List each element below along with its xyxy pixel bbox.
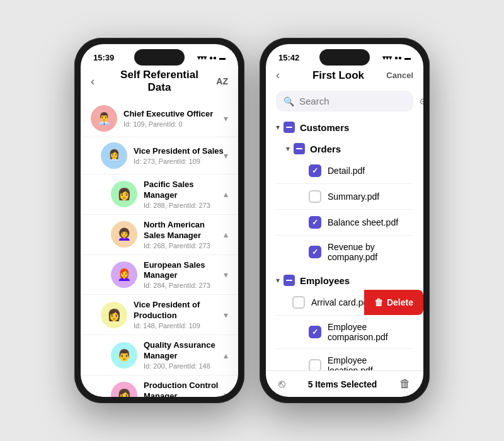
org-name: Vice President of Sales — [134, 146, 224, 157]
filter-icon[interactable]: ⚙ — [419, 96, 423, 106]
org-list-item[interactable]: 👩Vice President of ProductionId: 148, Pa… — [81, 295, 238, 335]
status-icons-left: ▾▾▾ ●● ▬ — [197, 54, 226, 61]
file-balance: Balance sheet.pdf — [266, 210, 423, 235]
org-meta: Id: 109, ParentId: 0 — [123, 120, 224, 128]
checkbox-balance[interactable] — [309, 216, 321, 229]
org-list-item[interactable]: 👨‍💼Chief Executive OfficerId: 109, Paren… — [81, 100, 238, 137]
share-icon[interactable]: ⎋ — [278, 377, 285, 391]
page-title-left: Self Referential Data — [110, 69, 209, 94]
wifi-icon-right: ▾▾▾ — [382, 54, 392, 61]
chevron-icon: ▾ — [224, 390, 228, 397]
org-list-item[interactable]: 👩‍🦰European Sales ManagerId: 284, Parent… — [81, 255, 238, 295]
org-info: Quality Assurance ManagerId: 200, Parent… — [144, 340, 224, 370]
avatar: 👩‍🦰 — [111, 261, 137, 288]
chevron-icon: ▴ — [224, 189, 228, 199]
employees-chevron: ▾ — [276, 276, 280, 285]
nav-header-right: ‹ First Look Cancel — [266, 66, 423, 88]
org-name: European Sales Manager — [144, 260, 224, 282]
time-right: 15:42 — [278, 53, 299, 62]
file-list: ▾ Customers ▾ Orders Detail.pd — [266, 117, 423, 370]
org-list-item[interactable]: 👩‍🦱North American Sales ManagerId: 268, … — [81, 215, 238, 255]
back-button-left[interactable]: ‹ — [91, 75, 110, 88]
orders-chevron: ▾ — [286, 144, 290, 153]
avatar: 👨‍💼 — [91, 105, 117, 132]
org-info: Chief Executive OfficerId: 109, ParentId… — [123, 109, 224, 128]
cancel-button[interactable]: Cancel — [382, 71, 413, 80]
right-phone: 15:42 ▾▾▾ ●● ▬ ‹ First Look Cancel 🔍 ⚙ — [260, 38, 430, 403]
orders-label: Orders — [310, 144, 341, 154]
avatar: 👩 — [111, 181, 137, 207]
dynamic-island-left — [134, 49, 185, 66]
avatar: 👩‍💼 — [101, 142, 127, 169]
org-list: 👨‍💼Chief Executive OfficerId: 109, Paren… — [81, 100, 238, 397]
org-name: Pacific Sales Manager — [144, 180, 224, 201]
avatar: 👩 — [111, 382, 137, 397]
org-info: Pacific Sales ManagerId: 288, ParentId: … — [144, 180, 224, 209]
checkbox-revenue[interactable] — [309, 246, 321, 258]
checkbox-summary[interactable] — [309, 190, 321, 203]
items-selected-text: 5 Items Selected — [308, 379, 377, 389]
trash-icon: 🗑 — [374, 297, 383, 307]
org-info: North American Sales ManagerId: 268, Par… — [144, 220, 224, 249]
customers-label: Customers — [300, 122, 349, 133]
file-detail: Detail.pdf — [266, 158, 423, 183]
trash-icon-bottom[interactable]: 🗑 — [399, 377, 411, 391]
checkbox-arrival[interactable] — [292, 296, 305, 309]
page-title-right: First Look — [295, 69, 382, 82]
org-meta: Id: 148, ParentId: 109 — [134, 322, 224, 329]
org-info: Production Control ManagerId: 21, Parent… — [144, 381, 224, 397]
battery-icon-right: ▬ — [404, 54, 411, 61]
search-bar: 🔍 ⚙ — [276, 91, 413, 112]
battery-icon: ▬ — [219, 54, 226, 61]
employees-label: Employees — [300, 275, 350, 286]
chevron-icon: ▴ — [224, 350, 228, 360]
org-list-item[interactable]: 👨Quality Assurance ManagerId: 200, Paren… — [81, 335, 238, 375]
org-list-item[interactable]: 👩‍💼Vice President of SalesId: 273, Paren… — [81, 137, 238, 175]
checkbox-emp-comparison[interactable] — [309, 326, 321, 338]
employees-minus-icon — [284, 275, 295, 286]
bottom-bar: ⎋ 5 Items Selected 🗑 — [266, 370, 423, 397]
orders-section: ▾ Orders Detail.pdf Summary.pdf — [266, 138, 423, 270]
file-name-emp-comparison: Employee comparison.pdf — [328, 322, 413, 342]
search-input[interactable] — [299, 96, 419, 106]
org-name: Production Control Manager — [144, 381, 224, 397]
avatar: 👨 — [111, 342, 137, 369]
back-button-right[interactable]: ‹ — [276, 69, 295, 82]
file-name-revenue: Revenue by company.pdf — [328, 242, 413, 262]
org-meta: Id: 200, ParentId: 148 — [144, 362, 224, 370]
orders-header[interactable]: ▾ Orders — [266, 139, 423, 158]
search-icon: 🔍 — [284, 96, 294, 106]
org-name: Chief Executive Officer — [123, 109, 224, 120]
org-name: North American Sales Manager — [144, 220, 224, 241]
customers-header[interactable]: ▾ Customers — [266, 118, 423, 137]
employees-section: ▾ Employees Arrival card.pdf 🗑 Delete — [266, 270, 423, 370]
chevron-icon: ▴ — [224, 229, 228, 239]
employees-header[interactable]: ▾ Employees — [266, 271, 423, 290]
org-list-item[interactable]: 👩Production Control ManagerId: 21, Paren… — [81, 375, 238, 397]
delete-button[interactable]: 🗑 Delete — [364, 290, 423, 315]
file-emp-location: Employee location.pdf — [266, 349, 423, 370]
org-info: Vice President of ProductionId: 148, Par… — [134, 300, 224, 329]
org-meta: Id: 284, ParentId: 273 — [144, 282, 224, 289]
org-meta: Id: 288, ParentId: 273 — [144, 202, 224, 209]
sort-button[interactable]: AZ — [209, 76, 228, 86]
avatar: 👩 — [101, 302, 127, 328]
avatar: 👩‍🦱 — [111, 221, 137, 248]
customers-chevron: ▾ — [276, 123, 280, 132]
file-arrival: Arrival card.pdf 🗑 Delete — [266, 290, 423, 315]
status-icons-right: ▾▾▾ ●● ▬ — [382, 54, 411, 61]
org-list-item[interactable]: 👩Pacific Sales ManagerId: 288, ParentId:… — [81, 175, 238, 215]
file-name-detail: Detail.pdf — [328, 166, 413, 176]
checkbox-detail[interactable] — [309, 164, 321, 177]
org-info: European Sales ManagerId: 284, ParentId:… — [144, 260, 224, 290]
customers-minus-icon — [284, 122, 295, 133]
file-name-summary: Summary.pdf — [328, 192, 413, 202]
chevron-icon: ▾ — [224, 310, 228, 320]
chevron-icon: ▾ — [224, 151, 228, 161]
delete-label: Delete — [387, 297, 413, 307]
file-name-emp-location: Employee location.pdf — [328, 355, 413, 370]
file-revenue: Revenue by company.pdf — [266, 236, 423, 268]
customers-section: ▾ Customers — [266, 117, 423, 138]
file-emp-comparison: Employee comparison.pdf — [266, 316, 423, 348]
checkbox-emp-location[interactable] — [309, 359, 321, 370]
